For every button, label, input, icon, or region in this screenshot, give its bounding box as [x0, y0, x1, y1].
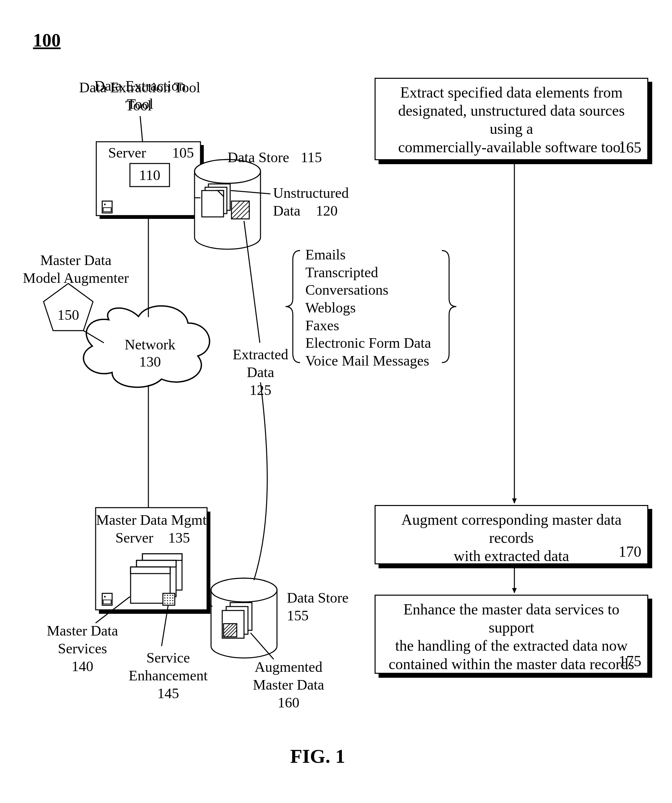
label-unstructured-data-num: 120 — [316, 202, 338, 219]
flow-step-line: designated, unstructured data sources us… — [383, 102, 640, 138]
label-network-title: Network — [116, 336, 185, 353]
label-mdma-l1: Master Data — [33, 252, 119, 269]
label-se-l1: Service — [122, 649, 214, 666]
svg-point-32 — [170, 595, 171, 596]
svg-point-37 — [172, 598, 173, 599]
svg-rect-28 — [130, 567, 170, 574]
label-extracted-data-l1: Extracted — [228, 346, 293, 363]
svg-point-30 — [164, 595, 166, 596]
svg-point-34 — [164, 598, 166, 599]
flow-step-170: Augment corresponding master data record… — [374, 505, 648, 564]
flow-step-line: the handling of the extracted data now — [383, 637, 640, 655]
label-se-l2: Enhancement — [122, 667, 214, 684]
label-extracted-data-l2: Data — [228, 364, 293, 381]
label-amd-l2: Master Data — [244, 676, 333, 693]
label-se-num: 145 — [122, 685, 214, 702]
label-data-store-bottom-title: Data Store — [287, 589, 348, 606]
label-amd-l1: Augmented — [244, 658, 333, 675]
figure-caption: FIG. 1 — [290, 745, 345, 768]
list-item: Electronic Form Data — [305, 334, 431, 352]
label-mdm-server-l2: Server — [116, 529, 153, 546]
label-extracted-data-num: 125 — [228, 382, 293, 398]
label-unstructured-data-l2: Data — [273, 202, 300, 219]
list-item: Voice Mail Messages — [305, 352, 431, 370]
svg-point-42 — [164, 603, 166, 604]
flow-step-line: Enhance the master data services to supp… — [383, 600, 640, 637]
flow-step-175: Enhance the master data services to supp… — [374, 595, 648, 674]
list-item: Conversations — [305, 281, 431, 299]
svg-point-5 — [104, 204, 106, 205]
flow-step-line: with extracted data — [383, 547, 640, 565]
label-mdm-server-num: 135 — [168, 529, 190, 546]
label-server-top-title: Server — [108, 145, 146, 161]
svg-rect-4 — [102, 201, 112, 213]
svg-rect-9 — [202, 190, 224, 217]
flow-step-num: 165 — [618, 138, 641, 156]
svg-point-43 — [167, 603, 168, 604]
svg-point-45 — [172, 603, 173, 604]
label-data-store-top-num: 115 — [301, 149, 322, 166]
list-item: Faxes — [305, 317, 431, 335]
svg-point-35 — [167, 598, 168, 599]
label-network-num: 130 — [116, 353, 185, 370]
label-server-top-num: 105 — [172, 145, 194, 161]
label-box-110: 110 — [130, 167, 169, 184]
svg-point-40 — [170, 600, 171, 601]
svg-point-21 — [104, 596, 106, 598]
label-mdm-server-l1: Master Data Mgmt — [96, 512, 207, 528]
svg-point-31 — [167, 595, 168, 596]
label-unstructured-data-l1: Unstructured — [273, 185, 349, 202]
list-item: Transcripted — [305, 264, 431, 281]
label-mds-l2: Services — [39, 640, 125, 657]
svg-point-38 — [164, 600, 166, 601]
flow-step-num: 175 — [618, 652, 641, 670]
svg-point-39 — [167, 600, 168, 601]
svg-rect-20 — [102, 593, 112, 605]
svg-rect-24 — [142, 554, 182, 561]
flow-step-line: commercially-available software tool — [383, 138, 640, 156]
flow-step-num: 170 — [618, 543, 641, 561]
list-item: Emails — [305, 246, 431, 264]
flow-step-line: Extract specified data elements from — [383, 83, 640, 102]
label-mdma-l2: Model Augmenter — [20, 270, 132, 286]
svg-point-36 — [170, 598, 171, 599]
label-mds-num: 140 — [39, 658, 125, 675]
svg-point-41 — [172, 600, 173, 601]
label-mdma-num: 150 — [53, 307, 84, 323]
unstructured-examples-list: Emails Transcripted Conversations Weblog… — [305, 246, 431, 370]
label-data-store-top-title: Data Store — [228, 149, 289, 166]
label-data-store-bottom-num: 155 — [287, 607, 309, 624]
flow-step-line: Augment corresponding master data record… — [383, 510, 640, 547]
svg-point-33 — [172, 595, 173, 596]
flow-step-165: Extract specified data elements from des… — [374, 78, 648, 160]
svg-rect-26 — [137, 561, 176, 567]
svg-point-44 — [170, 603, 171, 604]
list-item: Weblogs — [305, 299, 431, 317]
label-amd-num: 160 — [244, 694, 333, 711]
label-mds-l1: Master Data — [39, 623, 125, 639]
flow-step-line: contained within the master data records — [383, 655, 640, 673]
